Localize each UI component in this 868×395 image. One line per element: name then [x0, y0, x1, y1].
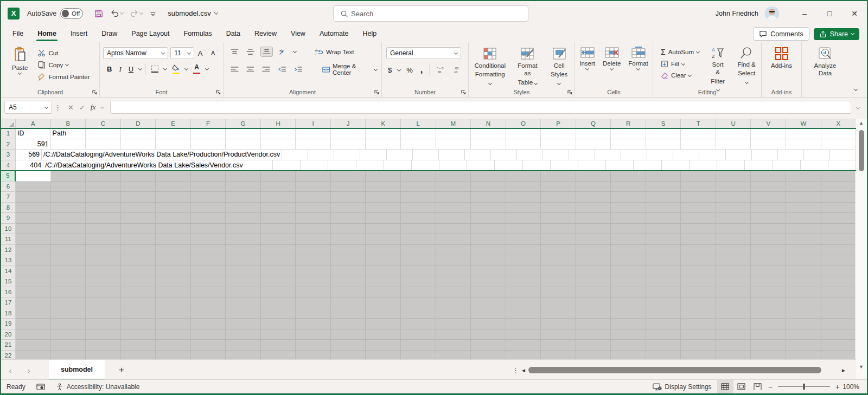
cell-O13[interactable] [506, 255, 541, 266]
cell-B19[interactable] [51, 319, 86, 329]
cell-M20[interactable] [436, 329, 471, 340]
cell-B16[interactable] [51, 287, 86, 298]
find-select-dropdown-icon[interactable] [745, 80, 749, 84]
cell-L7[interactable] [401, 192, 436, 203]
cell-styles-dropdown-icon[interactable] [557, 81, 561, 85]
page-layout-view-button[interactable] [733, 380, 750, 393]
cell-J6[interactable] [331, 182, 366, 192]
cell-B6[interactable] [51, 182, 86, 192]
row-header-14[interactable]: 14 [1, 266, 16, 277]
insert-function-icon[interactable]: fx [91, 103, 95, 112]
close-button[interactable]: ✕ [842, 1, 867, 25]
cell-H21[interactable] [261, 340, 296, 351]
cell-N15[interactable] [471, 276, 506, 287]
enter-icon[interactable]: ✓ [79, 103, 85, 112]
cell-S11[interactable] [646, 234, 681, 245]
cell-X3[interactable] [830, 150, 856, 160]
find-select-button[interactable]: Find & Select [734, 46, 759, 94]
cell-T2[interactable] [681, 139, 716, 150]
cell-O17[interactable] [506, 297, 541, 308]
cell-B3[interactable]: /C://DataCataloging/AdventureWorks Data … [42, 150, 282, 160]
cell-B4[interactable]: /C://DataCataloging/AdventureWorks Data … [43, 160, 245, 171]
cell-K6[interactable] [366, 182, 401, 192]
vertical-scrollbar-thumb[interactable] [859, 130, 864, 171]
cell-I17[interactable] [296, 297, 331, 308]
cell-B10[interactable] [51, 224, 86, 235]
cell-J16[interactable] [331, 287, 366, 298]
font-name-dropdown-icon[interactable] [161, 50, 165, 54]
cell-X14[interactable] [821, 266, 856, 277]
cell-K10[interactable] [366, 224, 401, 235]
copy-dropdown-icon[interactable] [65, 62, 69, 66]
alignment-dialog-launcher-icon[interactable] [374, 89, 379, 95]
cell-Q17[interactable] [576, 297, 611, 308]
cell-U3[interactable] [752, 150, 778, 160]
cell-R22[interactable] [611, 351, 646, 360]
cell-F15[interactable] [191, 276, 226, 287]
cell-O21[interactable] [506, 340, 541, 351]
cell-M8[interactable] [436, 203, 471, 213]
cell-E7[interactable] [156, 192, 191, 203]
row-header-20[interactable]: 20 [1, 329, 16, 340]
cell-D14[interactable] [121, 266, 156, 277]
cell-G19[interactable] [226, 319, 261, 329]
cell-O2[interactable] [506, 139, 541, 150]
cell-C17[interactable] [86, 297, 121, 308]
cell-X9[interactable] [821, 213, 856, 224]
cell-G15[interactable] [226, 276, 261, 287]
cell-V8[interactable] [751, 203, 786, 213]
scroll-up-icon[interactable]: ▲ [856, 119, 867, 127]
cell-P9[interactable] [541, 213, 576, 224]
cell-J22[interactable] [331, 351, 366, 360]
cell-M14[interactable] [436, 266, 471, 277]
cell-R17[interactable] [611, 297, 646, 308]
cell-H7[interactable] [261, 192, 296, 203]
cell-I20[interactable] [296, 329, 331, 340]
cell-R12[interactable] [611, 245, 646, 256]
cell-I19[interactable] [296, 319, 331, 329]
page-break-view-button[interactable] [750, 380, 766, 393]
cell-N22[interactable] [471, 351, 506, 360]
cell-U21[interactable] [716, 340, 751, 351]
increase-decimal-button[interactable]: ←0.00 [434, 65, 447, 75]
cell-B17[interactable] [51, 297, 86, 308]
decrease-indent-button[interactable] [276, 65, 288, 74]
cell-O5[interactable] [506, 171, 541, 182]
cell-S6[interactable] [646, 182, 681, 192]
font-color-button[interactable]: A [192, 63, 202, 75]
cell-J11[interactable] [331, 234, 366, 245]
cell-F13[interactable] [191, 255, 226, 266]
cell-G8[interactable] [226, 203, 261, 213]
cell-N9[interactable] [471, 213, 506, 224]
top-align-button[interactable] [229, 47, 240, 56]
cell-W1[interactable] [786, 128, 821, 139]
cell-H4[interactable] [384, 160, 412, 171]
autosave-control[interactable]: AutoSave Off [27, 8, 83, 19]
cell-D10[interactable] [121, 224, 156, 235]
cell-V4[interactable] [773, 160, 800, 171]
cell-U11[interactable] [716, 234, 751, 245]
cell-V17[interactable] [751, 297, 786, 308]
insert-cells-button[interactable]: Insert [576, 46, 598, 71]
cell-P3[interactable] [621, 150, 647, 160]
cell-Q20[interactable] [576, 329, 611, 340]
cell-F17[interactable] [191, 297, 226, 308]
cell-T18[interactable] [681, 308, 716, 319]
cell-N19[interactable] [471, 319, 506, 329]
cell-P15[interactable] [541, 276, 576, 287]
document-title[interactable]: submodel.csv [168, 9, 217, 17]
cell-W4[interactable] [801, 160, 828, 171]
cell-V14[interactable] [751, 266, 786, 277]
cell-Q5[interactable] [576, 171, 611, 182]
cell-F21[interactable] [191, 340, 226, 351]
underline-dropdown-icon[interactable] [138, 67, 142, 70]
fill-dropdown-icon[interactable] [681, 61, 685, 65]
cell-X17[interactable] [821, 297, 856, 308]
scroll-right-icon[interactable]: ► [841, 367, 846, 373]
cell-S9[interactable] [646, 213, 681, 224]
cell-R9[interactable] [611, 213, 646, 224]
cell-N6[interactable] [471, 182, 506, 192]
comments-button[interactable]: Comments [753, 27, 809, 41]
cell-T10[interactable] [681, 224, 716, 235]
column-header-L[interactable]: L [401, 119, 436, 128]
